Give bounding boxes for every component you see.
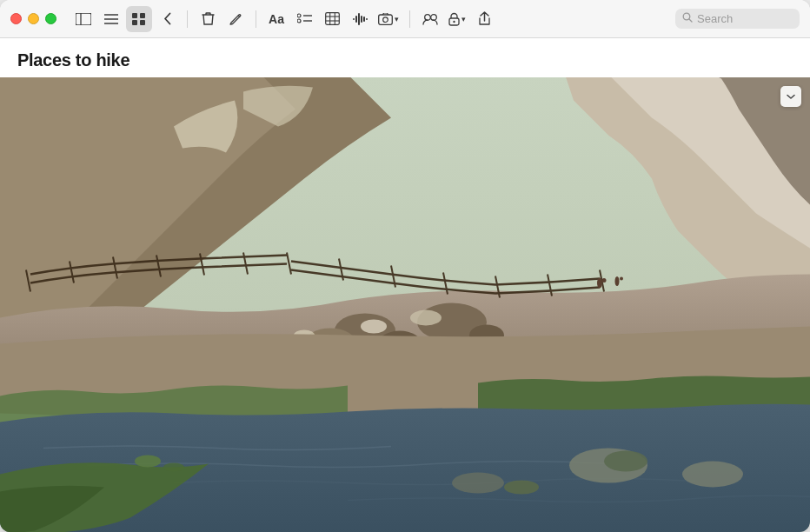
search-box[interactable]	[675, 9, 800, 29]
svg-point-27	[431, 14, 437, 20]
svg-line-31	[689, 19, 692, 22]
share-icon	[478, 11, 491, 26]
svg-point-29	[453, 20, 455, 22]
traffic-lights	[10, 13, 56, 24]
svg-point-59	[135, 456, 161, 468]
svg-point-64	[620, 277, 623, 281]
svg-rect-6	[140, 13, 145, 18]
share-button[interactable]	[471, 6, 497, 32]
svg-rect-8	[140, 20, 145, 25]
lock-icon	[448, 12, 460, 26]
divider-2	[256, 10, 256, 28]
svg-point-38	[361, 320, 387, 334]
svg-point-58	[504, 481, 539, 495]
content-area: Places to hike	[0, 38, 810, 532]
hike-landscape-image	[0, 77, 810, 532]
titlebar: Aa	[0, 0, 810, 38]
svg-rect-7	[132, 20, 137, 25]
expand-chevron-icon	[786, 91, 796, 102]
svg-point-26	[425, 14, 431, 20]
grid-icon	[132, 13, 146, 25]
checklist-button[interactable]	[291, 6, 317, 32]
sidebar-icon	[76, 13, 91, 25]
back-button[interactable]	[154, 6, 180, 32]
svg-point-25	[383, 17, 388, 22]
svg-rect-0	[76, 13, 91, 25]
table-icon	[325, 12, 340, 25]
search-icon	[682, 12, 693, 25]
table-button[interactable]	[319, 6, 345, 32]
svg-point-11	[297, 19, 301, 23]
svg-point-61	[597, 278, 602, 289]
minimize-button[interactable]	[28, 13, 39, 24]
delete-button[interactable]	[195, 6, 221, 32]
grid-view-button[interactable]	[126, 6, 152, 32]
compose-icon	[229, 12, 242, 26]
svg-rect-24	[379, 15, 393, 24]
format-text-icon: Aa	[269, 12, 284, 26]
divider-3	[409, 10, 410, 28]
close-button[interactable]	[10, 13, 22, 24]
compose-button[interactable]	[222, 6, 249, 32]
photo-icon	[378, 13, 393, 25]
svg-rect-5	[132, 13, 137, 18]
svg-point-56	[682, 462, 743, 488]
svg-point-63	[615, 276, 620, 286]
divider-1	[187, 10, 188, 28]
svg-point-62	[602, 278, 607, 283]
image-expand-button[interactable]	[780, 86, 801, 107]
audio-button[interactable]	[347, 6, 373, 32]
svg-point-9	[297, 14, 301, 17]
toolbar-left: Aa	[70, 6, 497, 32]
list-icon	[104, 13, 118, 25]
photo-button[interactable]: ▾	[375, 6, 402, 32]
back-chevron-icon	[163, 12, 171, 25]
lock-button[interactable]: ▾	[445, 6, 469, 32]
checklist-icon	[297, 13, 312, 25]
audio-icon	[353, 13, 368, 25]
list-view-button[interactable]	[98, 6, 124, 32]
search-input[interactable]	[697, 12, 793, 25]
sidebar-toggle-button[interactable]	[70, 6, 96, 32]
app-window: Aa	[0, 0, 810, 532]
collaborate-icon	[422, 13, 438, 25]
note-title: Places to hike	[17, 50, 793, 70]
svg-point-57	[452, 473, 504, 494]
photo-dropdown-chevron: ▾	[395, 15, 399, 23]
note-image-area	[0, 77, 810, 532]
format-text-button[interactable]: Aa	[263, 6, 289, 32]
lock-dropdown-chevron: ▾	[461, 15, 466, 23]
svg-point-60	[163, 463, 184, 472]
trash-icon	[202, 11, 215, 26]
collaborate-button[interactable]	[417, 6, 443, 32]
maximize-button[interactable]	[45, 13, 56, 24]
note-header: Places to hike	[0, 38, 810, 77]
svg-rect-13	[325, 13, 339, 25]
svg-point-55	[604, 451, 647, 472]
svg-point-39	[410, 310, 442, 326]
